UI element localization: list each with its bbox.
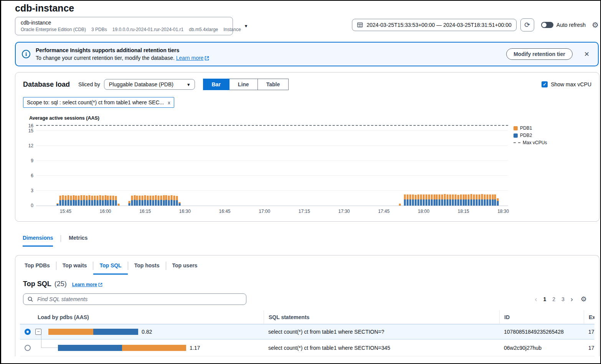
- database-load-chart: 1615129630 PDB1 PDB2 Max vCPUs: [23, 125, 591, 206]
- instance-class: db.m5.4xlarge: [189, 27, 218, 32]
- dimension-subtabs: Top PDBs Top waits Top SQL Top hosts Top…: [15, 255, 599, 275]
- subtab-top-pdbs[interactable]: Top PDBs: [18, 258, 56, 275]
- sql-id: 10780851849235265428: [499, 329, 584, 335]
- banner-description: To change your current retention tier, m…: [36, 55, 501, 61]
- sql-id: 06w2c90j27hub: [499, 345, 584, 351]
- sql-statement-link[interactable]: select count(*) ct from table1 where SEC…: [268, 345, 390, 351]
- info-banner: i Performance Insights supports addition…: [15, 42, 599, 66]
- external-link-icon: [98, 283, 102, 287]
- instance-type: Instance: [223, 27, 241, 32]
- executions-value: 17.84: [584, 329, 594, 335]
- close-icon[interactable]: x: [168, 100, 170, 105]
- settings-gear-icon[interactable]: ⚙: [592, 20, 599, 30]
- header: cdb-instance Oracle Enterprise Edition (…: [15, 17, 599, 35]
- chart-plot[interactable]: [36, 125, 508, 206]
- top-sql-learn-more-link[interactable]: Learn more: [72, 282, 102, 287]
- column-header-id[interactable]: ID: [499, 310, 584, 324]
- chart-legend: PDB1 PDB2 Max vCPUs: [513, 125, 547, 206]
- column-header-sql[interactable]: SQL statements: [264, 310, 499, 324]
- top-sql-panel: Top SQL (25) Learn more ‹ 1 2 3 › ⚙: [15, 275, 599, 356]
- search-icon: [27, 296, 33, 302]
- view-line-button[interactable]: Line: [229, 79, 258, 90]
- table-header-row: Load by pdbs (AAS) SQL statements ID Exe…: [20, 310, 594, 324]
- row-radio[interactable]: [25, 345, 31, 351]
- time-range-picker[interactable]: 2024-03-25T15:33:53+00:00 — 2024-03-25T1…: [352, 19, 517, 31]
- pdb1-swatch: [513, 126, 518, 130]
- sql-statement-link[interactable]: select count(*) ct from table1 where SEC…: [268, 329, 384, 335]
- top-sql-table: Load by pdbs (AAS) SQL statements ID Exe…: [20, 310, 594, 356]
- auto-refresh-label: Auto refresh: [556, 22, 586, 28]
- scope-filter-chip[interactable]: Scope to: sql : select count(*) ct from …: [23, 97, 174, 108]
- view-bar-button[interactable]: Bar: [203, 79, 230, 90]
- view-table-button[interactable]: Table: [258, 79, 289, 90]
- executions-value: 17.42: [584, 345, 594, 351]
- pagination: ‹ 1 2 3 › ⚙: [535, 295, 587, 303]
- subtab-top-users[interactable]: Top users: [166, 258, 204, 275]
- slice-dropdown[interactable]: Pluggable Database (PDB) ▾: [104, 79, 195, 90]
- load-value: 1.17: [190, 345, 200, 351]
- app-window: cdb-instance cdb-instance Oracle Enterpr…: [0, 0, 601, 364]
- row-radio-selected[interactable]: [25, 329, 31, 335]
- sliced-by-label: Sliced by: [78, 81, 100, 87]
- table-settings-gear-icon[interactable]: ⚙: [581, 295, 587, 303]
- page-2[interactable]: 2: [552, 296, 555, 302]
- subtab-top-hosts[interactable]: Top hosts: [128, 258, 166, 275]
- scope-filter-text: Scope to: sql : select count(*) ct from …: [27, 99, 164, 105]
- legend-item-max-vcpus[interactable]: Max vCPUs: [513, 140, 547, 145]
- sql-search-box: [23, 293, 246, 305]
- database-load-title: Database load: [23, 81, 70, 89]
- modify-retention-tier-button[interactable]: Modify retention tier: [506, 48, 573, 60]
- chevron-left-icon[interactable]: ‹: [535, 296, 537, 302]
- instance-selector[interactable]: cdb-instance Oracle Enterprise Edition (…: [15, 17, 233, 35]
- dashed-line-swatch: [513, 142, 520, 143]
- chart-x-axis: 15:4516:0016:1516:3016:4517:0017:1517:30…: [36, 206, 508, 214]
- database-load-header: Database load Sliced by Pluggable Databa…: [23, 79, 591, 90]
- caret-down-icon: ▾: [187, 82, 190, 87]
- top-sql-count: (25): [54, 280, 67, 288]
- show-max-vcpu-checkbox[interactable]: ✓: [542, 81, 548, 87]
- chart-y-axis: 1615129630: [23, 125, 36, 206]
- show-max-vcpu-label: Show max vCPU: [551, 81, 591, 87]
- calendar-grid-icon: [357, 22, 363, 28]
- load-bar: [58, 345, 186, 351]
- auto-refresh-control: Auto refresh: [541, 22, 586, 28]
- chevron-right-icon[interactable]: ›: [571, 296, 573, 302]
- instance-name: cdb-instance: [21, 20, 241, 26]
- page-3[interactable]: 3: [561, 296, 565, 302]
- load-value: 0.82: [142, 329, 152, 335]
- tab-dimensions[interactable]: Dimensions: [23, 233, 53, 247]
- slice-dropdown-value: Pluggable Database (PDB): [109, 81, 173, 87]
- subtab-top-waits[interactable]: Top waits: [56, 258, 93, 275]
- tab-metrics[interactable]: Metrics: [69, 233, 88, 247]
- header-controls: 2024-03-25T15:33:53+00:00 — 2024-03-25T1…: [352, 18, 599, 31]
- instance-details: Oracle Enterprise Edition (CDB) 3 PDBs 1…: [21, 27, 241, 32]
- show-max-vcpu-control: ✓ Show max vCPU: [542, 81, 591, 87]
- refresh-icon: ⟳: [524, 21, 530, 29]
- collapse-minus-icon[interactable]: −: [35, 329, 41, 335]
- info-icon: i: [22, 50, 30, 58]
- auto-refresh-toggle[interactable]: [541, 22, 553, 28]
- time-range-value: 2024-03-25T15:33:53+00:00 — 2024-03-25T1…: [367, 22, 512, 28]
- table-row[interactable]: − 0.82 select count(*) ct from table1 wh…: [20, 324, 594, 339]
- subtab-top-sql[interactable]: Top SQL: [93, 258, 127, 275]
- banner-learn-more-link[interactable]: Learn more: [176, 55, 210, 61]
- column-header-executions[interactable]: Executions: [584, 310, 594, 324]
- legend-item-pdb1[interactable]: PDB1: [513, 125, 547, 131]
- page-1[interactable]: 1: [543, 296, 546, 302]
- refresh-button[interactable]: ⟳: [520, 18, 534, 31]
- instance-version: 19.0.0.0.ru-2024-01.rur-2024-01.r1: [112, 27, 183, 32]
- database-load-card: Database load Sliced by Pluggable Databa…: [15, 72, 599, 222]
- column-header-load[interactable]: Load by pdbs (AAS): [20, 314, 264, 320]
- load-bar: [48, 329, 138, 335]
- table-row[interactable]: 1.17 select count(*) ct from table1 wher…: [20, 339, 594, 356]
- top-sql-title: Top SQL: [23, 280, 51, 288]
- pdb2-swatch: [513, 133, 518, 138]
- search-input[interactable]: [36, 296, 242, 303]
- close-icon[interactable]: ✕: [584, 50, 589, 58]
- page-title: cdb-instance: [15, 2, 600, 14]
- banner-title: Performance Insights supports additional…: [36, 47, 501, 53]
- legend-item-pdb2[interactable]: PDB2: [513, 133, 547, 138]
- external-link-icon: [205, 56, 209, 61]
- instance-pdbs: 3 PDBs: [91, 27, 107, 32]
- caret-down-icon: ▾: [245, 23, 248, 29]
